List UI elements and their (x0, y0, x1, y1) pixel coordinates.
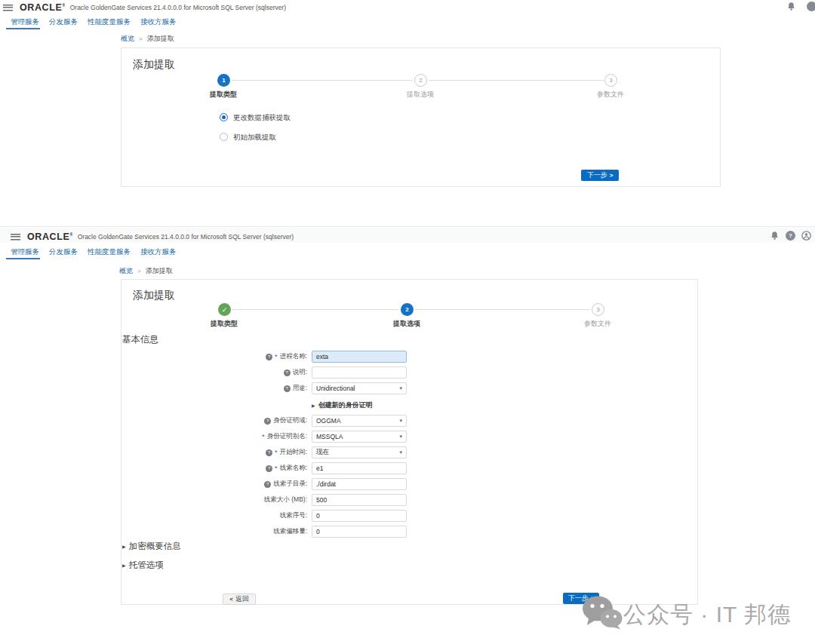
trail-name-label: 线索名称: (280, 464, 307, 473)
trail-subdir-label: 线索子目录: (273, 480, 307, 489)
help-icon[interactable] (266, 465, 272, 472)
next-button[interactable]: 下一步 (581, 170, 619, 181)
step-2-label: 提取选项 (407, 90, 434, 100)
intent-label: 用途: (293, 384, 307, 393)
radio-initial-load[interactable] (220, 133, 228, 141)
menu-icon[interactable] (3, 5, 13, 11)
trail-seq-label: 线索序号: (280, 511, 307, 520)
product-title: Oracle GoldenGate Services 21.4.0.0.0 fo… (78, 233, 294, 241)
intent-select[interactable]: Unidirectional (312, 382, 407, 394)
help-icon[interactable] (284, 370, 291, 376)
active-tab-underline (6, 258, 40, 259)
app-header: ORACLE® Oracle GoldenGate Services 21.4.… (3, 2, 286, 13)
page-title: 添加提取 (133, 289, 175, 302)
step-connector (415, 309, 590, 310)
back-button[interactable]: 返回 (223, 593, 256, 605)
caret-down-icon (399, 385, 402, 391)
trail-subdir-input[interactable]: ./dirdat (312, 478, 407, 490)
active-tab-underline (6, 28, 40, 29)
credential-alias-label: 身份证明别名: (267, 432, 307, 441)
trail-offset-label: 线索偏移量: (273, 527, 307, 536)
section-basic-info: 基本信息 (122, 333, 158, 346)
credential-alias-select[interactable]: MSSQLA (312, 431, 407, 443)
tab-receiver[interactable]: 接收方服务 (140, 247, 177, 257)
step-3-label: 参数文件 (584, 319, 611, 329)
oracle-logo: ORACLE® (20, 2, 66, 13)
app-header: ORACLE® Oracle GoldenGate Services 21.4.… (11, 232, 294, 242)
step-1-label: 提取类型 (211, 319, 238, 329)
radio-change-data-capture[interactable] (220, 113, 228, 121)
service-nav: 管理服务 分发服务 性能度量服务 接收方服务 (11, 247, 177, 257)
breadcrumb-current: 添加提取 (146, 266, 173, 276)
credential-domain-select[interactable]: OGGMA (312, 415, 407, 427)
breadcrumb-separator: > (139, 35, 143, 42)
tab-distribution[interactable]: 分发服务 (49, 17, 78, 27)
menu-icon[interactable] (11, 234, 20, 241)
trail-name-input[interactable]: e1 (312, 462, 407, 474)
required-asterisk (275, 465, 278, 471)
process-name-input[interactable]: exta (312, 351, 407, 363)
help-icon[interactable] (807, 2, 815, 11)
step-1-circle[interactable] (218, 303, 231, 316)
user-icon[interactable] (801, 231, 811, 241)
step-3-circle[interactable]: 3 (592, 303, 604, 316)
radio-initial-load-label[interactable]: 初始加载提取 (233, 133, 276, 143)
bell-icon[interactable] (770, 231, 780, 241)
step-connector (232, 309, 398, 310)
help-icon[interactable] (266, 354, 272, 360)
help-icon[interactable]: ? (786, 231, 795, 241)
step-2-circle[interactable]: 2 (401, 303, 414, 316)
credential-domain-label: 身份证明域: (273, 416, 307, 425)
step-3-circle[interactable]: 3 (604, 74, 617, 87)
step-2-circle[interactable]: 2 (414, 74, 427, 87)
step-connector (232, 80, 413, 81)
description-input[interactable] (312, 366, 407, 379)
screenshot-step2: ORACLE® Oracle GoldenGate Services 21.4.… (0, 226, 815, 644)
bell-icon[interactable] (786, 2, 796, 11)
encryption-profile-section[interactable]: 加密概要信息 (122, 541, 181, 552)
step-1-label: 提取类型 (210, 90, 237, 100)
disclosure-triangle-icon (122, 544, 126, 549)
radio-change-data-capture-label[interactable]: 更改数据捕获提取 (233, 113, 291, 123)
add-extract-card (121, 48, 721, 187)
breadcrumb: 概览 > 添加提取 (121, 34, 174, 44)
step-2-label: 提取选项 (393, 319, 420, 329)
tab-performance[interactable]: 性能度量服务 (88, 17, 131, 27)
trail-seq-input[interactable]: 0 (312, 510, 407, 522)
wechat-icon (581, 595, 623, 630)
caret-down-icon (399, 434, 402, 440)
managed-options-section[interactable]: 托管选项 (122, 560, 164, 571)
required-asterisk (275, 354, 278, 360)
oracle-logo: ORACLE® (27, 232, 73, 242)
breadcrumb: 概览 > 添加提取 (119, 266, 173, 276)
begin-time-select[interactable]: 现在 (312, 446, 407, 458)
required-asterisk (262, 434, 265, 440)
breadcrumb-overview[interactable]: 概览 (121, 34, 134, 44)
help-icon[interactable] (264, 481, 271, 488)
tab-distribution[interactable]: 分发服务 (49, 247, 78, 257)
description-label: 说明: (293, 368, 307, 377)
watermark-text: 公众号 · IT 邦德 (623, 600, 791, 630)
service-nav: 管理服务 分发服务 性能度量服务 接收方服务 (11, 17, 177, 27)
step-1-circle[interactable]: 1 (217, 74, 230, 87)
breadcrumb-overview[interactable]: 概览 (119, 266, 133, 276)
create-credential-link[interactable]: 创建新的身份证明 (312, 400, 373, 410)
disclosure-triangle-icon (122, 563, 126, 568)
tab-administration[interactable]: 管理服务 (11, 247, 39, 257)
screenshot-step1: ORACLE® Oracle GoldenGate Services 21.4.… (0, 0, 815, 190)
trail-size-label: 线索大小 (MB): (264, 495, 307, 504)
tab-receiver[interactable]: 接收方服务 (140, 17, 177, 27)
trail-offset-input[interactable]: 0 (312, 526, 407, 538)
begin-time-label: 开始时间: (280, 448, 307, 457)
breadcrumb-current: 添加提取 (147, 34, 174, 44)
tab-performance[interactable]: 性能度量服务 (88, 247, 131, 257)
disclosure-triangle-icon (312, 403, 315, 408)
help-icon[interactable] (264, 418, 271, 425)
help-icon[interactable] (284, 385, 291, 392)
page-title: 添加提取 (133, 58, 175, 72)
help-icon[interactable] (266, 449, 272, 456)
trail-size-input[interactable]: 500 (312, 494, 407, 506)
product-title: Oracle GoldenGate Services 21.4.0.0.0 fo… (70, 4, 286, 11)
tab-administration[interactable]: 管理服务 (11, 17, 39, 27)
step-connector (429, 80, 604, 81)
